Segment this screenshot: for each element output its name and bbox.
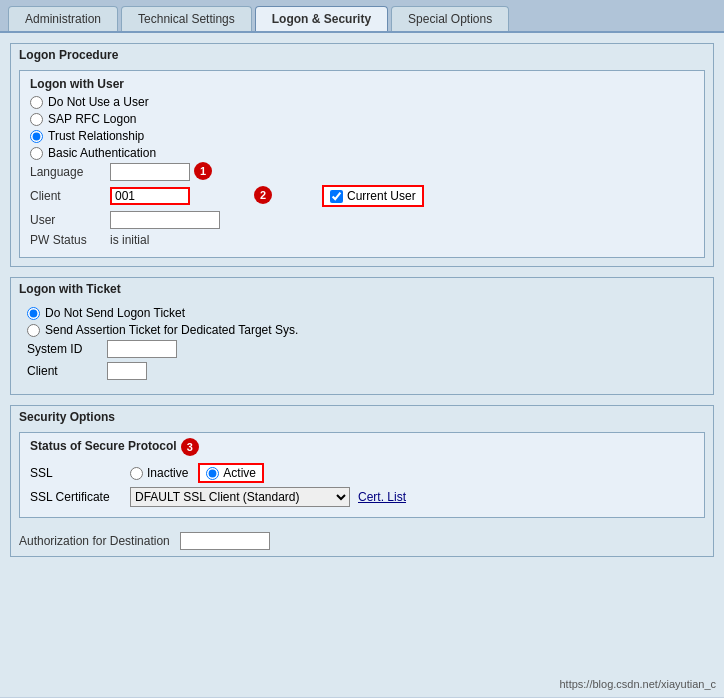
radio-trust-label: Trust Relationship: [48, 129, 144, 143]
language-label: Language: [30, 165, 110, 179]
auth-destination-row: Authorization for Destination: [11, 526, 713, 556]
logon-procedure-section: Logon Procedure Logon with User Do Not U…: [10, 43, 714, 267]
logon-with-user-title: Logon with User: [30, 77, 694, 91]
user-input[interactable]: [110, 211, 220, 229]
secure-protocol-box: Status of Secure Protocol 3 SSL Inactive…: [19, 432, 705, 518]
radio-basic-auth-label: Basic Authentication: [48, 146, 156, 160]
system-id-label: System ID: [27, 342, 107, 356]
secure-protocol-title: Status of Secure Protocol: [30, 439, 177, 453]
pw-status-field-row: PW Status is initial: [30, 233, 694, 247]
pw-status-value: is initial: [110, 233, 149, 247]
radio-send-assertion: Send Assertion Ticket for Dedicated Targ…: [27, 323, 697, 337]
radio-send-assertion-input[interactable]: [27, 324, 40, 337]
ssl-label: SSL: [30, 466, 130, 480]
tab-special-options[interactable]: Special Options: [391, 6, 509, 31]
ssl-cert-label: SSL Certificate: [30, 490, 130, 504]
radio-no-send-label: Do Not Send Logon Ticket: [45, 306, 185, 320]
radio-no-user-input[interactable]: [30, 96, 43, 109]
cert-list-link[interactable]: Cert. List: [358, 490, 406, 504]
auth-destination-label: Authorization for Destination: [19, 534, 170, 548]
user-label: User: [30, 213, 110, 227]
client-label: Client: [30, 189, 110, 203]
tab-administration[interactable]: Administration: [8, 6, 118, 31]
radio-basic-auth-input[interactable]: [30, 147, 43, 160]
current-user-container: Current User: [322, 185, 424, 207]
radio-no-user-label: Do Not Use a User: [48, 95, 149, 109]
pw-status-label: PW Status: [30, 233, 110, 247]
tab-technical-settings[interactable]: Technical Settings: [121, 6, 252, 31]
logon-with-user-box: Logon with User Do Not Use a User SAP RF…: [19, 70, 705, 258]
logon-with-ticket-section: Logon with Ticket Do Not Send Logon Tick…: [10, 277, 714, 395]
ssl-active-container: Active: [198, 463, 264, 483]
logon-with-ticket-title: Logon with Ticket: [11, 278, 713, 300]
ssl-inactive-container: Inactive: [130, 466, 188, 480]
radio-no-send-input[interactable]: [27, 307, 40, 320]
radio-sap-rfc: SAP RFC Logon: [30, 112, 694, 126]
ticket-client-label: Client: [27, 364, 107, 378]
radio-trust: Trust Relationship: [30, 129, 694, 143]
tab-bar: Administration Technical Settings Logon …: [0, 0, 724, 33]
radio-trust-input[interactable]: [30, 130, 43, 143]
ssl-inactive-radio[interactable]: [130, 467, 143, 480]
radio-sap-rfc-input[interactable]: [30, 113, 43, 126]
radio-no-send: Do Not Send Logon Ticket: [27, 306, 697, 320]
tab-logon-security[interactable]: Logon & Security: [255, 6, 388, 31]
badge-1: 1: [194, 162, 212, 180]
ticket-client-input[interactable]: [107, 362, 147, 380]
user-field-row: User: [30, 211, 694, 229]
badge-2: 2: [254, 186, 272, 204]
client-field-row: Client 2 Current User: [30, 185, 694, 207]
radio-no-user: Do Not Use a User: [30, 95, 694, 109]
system-id-input[interactable]: [107, 340, 177, 358]
current-user-label: Current User: [347, 189, 416, 203]
ticket-client-row: Client: [27, 362, 697, 380]
watermark: https://blog.csdn.net/xiayutian_c: [559, 678, 716, 690]
main-content: Logon Procedure Logon with User Do Not U…: [0, 33, 724, 697]
client-input[interactable]: [110, 187, 190, 205]
ssl-cert-select[interactable]: DFAULT SSL Client (Standard): [130, 487, 350, 507]
badge-3: 3: [181, 438, 199, 456]
ssl-cert-row: SSL Certificate DFAULT SSL Client (Stand…: [30, 487, 694, 507]
ssl-active-radio[interactable]: [206, 467, 219, 480]
ssl-active-label: Active: [223, 466, 256, 480]
radio-sap-rfc-label: SAP RFC Logon: [48, 112, 137, 126]
language-input[interactable]: [110, 163, 190, 181]
security-options-title: Security Options: [11, 406, 713, 428]
radio-basic-auth: Basic Authentication: [30, 146, 694, 160]
ssl-row: SSL Inactive Active: [30, 463, 694, 483]
auth-destination-input[interactable]: [180, 532, 270, 550]
ssl-inactive-label: Inactive: [147, 466, 188, 480]
system-id-row: System ID: [27, 340, 697, 358]
language-field-row: Language 1: [30, 163, 694, 181]
current-user-checkbox[interactable]: [330, 190, 343, 203]
security-options-section: Security Options Status of Secure Protoc…: [10, 405, 714, 557]
radio-send-assertion-label: Send Assertion Ticket for Dedicated Targ…: [45, 323, 298, 337]
logon-procedure-title: Logon Procedure: [11, 44, 713, 66]
